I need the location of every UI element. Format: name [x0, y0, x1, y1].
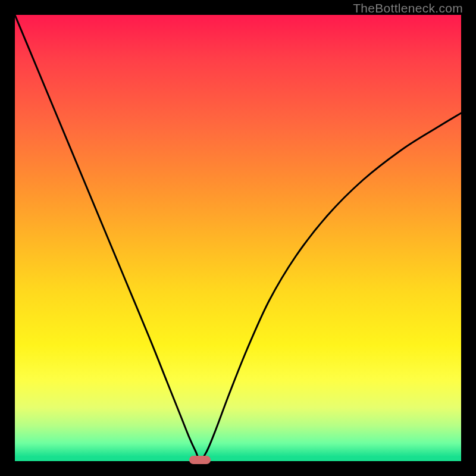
bottleneck-curve	[15, 15, 461, 461]
watermark-label: TheBottleneck.com	[353, 1, 463, 15]
outer-frame: TheBottleneck.com	[0, 0, 476, 476]
minimum-marker	[189, 456, 211, 464]
plot-area	[15, 15, 461, 461]
